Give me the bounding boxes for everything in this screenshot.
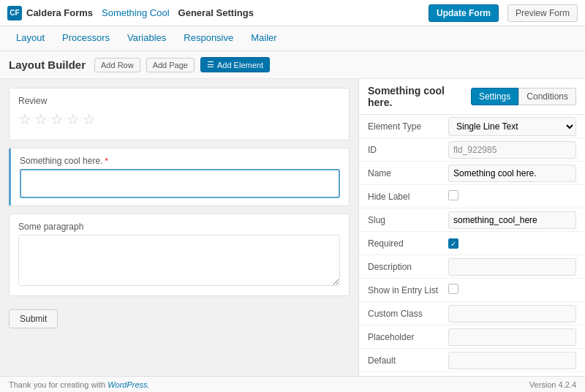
conditions-tab[interactable]: Conditions [518, 88, 576, 105]
name-row: Name [359, 162, 585, 185]
id-control[interactable] [448, 141, 576, 159]
nav-tabs: Layout Processors Variables Responsive M… [0, 26, 585, 51]
required-label: Required [368, 238, 448, 249]
show-entry-control[interactable] [448, 284, 576, 296]
show-entry-label: Show in Entry List [368, 285, 448, 295]
element-type-select[interactable]: Single Line Text [448, 117, 576, 136]
footer: Thank you for creating with WordPress. V… [0, 376, 585, 392]
required-control[interactable]: ✓ [448, 238, 576, 249]
description-label: Description [368, 262, 448, 272]
hide-label-row: Hide Label [359, 185, 585, 208]
masked-input-row: Masked Input Enable input mask [359, 372, 585, 376]
tab-processors[interactable]: Processors [53, 28, 118, 49]
default-row: Default [359, 349, 585, 372]
review-row: Review ☆ ☆ ☆ ☆ ☆ [9, 88, 350, 140]
review-label: Review [18, 96, 340, 106]
right-panel: Something cool here. Settings Conditions… [358, 79, 585, 376]
add-row-button[interactable]: Add Row [94, 58, 140, 72]
hide-label-checkbox[interactable] [448, 190, 458, 200]
canvas: Review ☆ ☆ ☆ ☆ ☆ Something cool here. * [0, 79, 358, 376]
top-bar: CF Caldera Forms Something Cool General … [0, 0, 585, 26]
update-form-button[interactable]: Update Form [429, 4, 499, 22]
submit-button[interactable]: Submit [9, 309, 58, 328]
layout-title: Layout Builder [9, 59, 86, 71]
panel-header: Something cool here. Settings Conditions [359, 79, 585, 115]
slug-label: Slug [368, 215, 448, 225]
required-checkbox[interactable]: ✓ [448, 238, 458, 249]
footer-text: Thank you for creating with WordPress. [9, 380, 150, 389]
paragraph-textarea[interactable] [18, 235, 340, 286]
star-rating[interactable]: ☆ ☆ ☆ ☆ ☆ [18, 110, 340, 128]
description-row: Description [359, 255, 585, 279]
tab-mailer[interactable]: Mailer [242, 28, 285, 49]
star-4[interactable]: ☆ [67, 110, 80, 128]
custom-class-input[interactable] [448, 305, 576, 323]
something-cool-row: Something cool here. * [9, 148, 350, 206]
add-page-button[interactable]: Add Page [146, 58, 195, 72]
main-content: Review ☆ ☆ ☆ ☆ ☆ Something cool here. * [0, 79, 585, 376]
tab-responsive[interactable]: Responsive [175, 28, 242, 49]
wordpress-link[interactable]: WordPress. [107, 380, 149, 389]
element-type-label: Element Type [368, 121, 448, 132]
review-cell: Review ☆ ☆ ☆ ☆ ☆ [10, 88, 349, 140]
show-entry-row: Show in Entry List [359, 279, 585, 302]
tab-variables[interactable]: Variables [118, 28, 175, 49]
star-5[interactable]: ☆ [83, 110, 96, 128]
hide-label-label: Hide Label [368, 192, 448, 202]
panel-title: Something cool here. [368, 85, 471, 108]
tab-layout[interactable]: Layout [7, 28, 53, 49]
something-cool-input[interactable] [20, 169, 340, 198]
description-input[interactable] [448, 258, 576, 276]
custom-class-label: Custom Class [368, 309, 448, 319]
slug-control[interactable] [448, 211, 576, 229]
id-input[interactable] [448, 141, 576, 159]
general-settings-link[interactable]: General Settings [178, 7, 254, 18]
form-name-link[interactable]: Something Cool [102, 7, 170, 18]
placeholder-label: Placeholder [368, 332, 448, 342]
something-cool-cell: Something cool here. * [11, 148, 349, 206]
hide-label-control[interactable] [448, 190, 576, 203]
layout-header: Layout Builder Add Row Add Page ☰ Add El… [0, 51, 585, 79]
element-type-row: Element Type Single Line Text [359, 115, 585, 138]
submit-row: Submit [9, 304, 350, 328]
name-label: Name [368, 168, 448, 178]
star-1[interactable]: ☆ [18, 110, 31, 128]
show-entry-checkbox[interactable] [448, 284, 458, 294]
menu-icon: ☰ [207, 60, 214, 69]
star-2[interactable]: ☆ [34, 110, 48, 128]
required-indicator: * [105, 157, 107, 165]
slug-row: Slug [359, 208, 585, 232]
placeholder-control[interactable] [448, 328, 576, 346]
required-row: Required ✓ [359, 232, 585, 255]
add-element-button[interactable]: ☰ Add Element [200, 57, 270, 72]
custom-class-control[interactable] [448, 305, 576, 323]
element-type-control[interactable]: Single Line Text [448, 117, 576, 136]
placeholder-input[interactable] [448, 328, 576, 346]
placeholder-row: Placeholder [359, 325, 585, 349]
app-logo: CF Caldera Forms [7, 6, 93, 20]
name-control[interactable] [448, 165, 576, 182]
id-row: ID [359, 138, 585, 162]
paragraph-cell: Some paragraph [10, 214, 349, 295]
default-input[interactable] [448, 352, 576, 369]
custom-class-row: Custom Class [359, 302, 585, 325]
slug-input[interactable] [448, 211, 576, 229]
app-name: Caldera Forms [26, 7, 93, 18]
version-text: Version 4.2.4 [529, 380, 576, 389]
preview-form-button[interactable]: Preview Form [507, 4, 578, 22]
paragraph-label: Some paragraph [18, 222, 340, 232]
default-control[interactable] [448, 352, 576, 369]
id-label: ID [368, 145, 448, 155]
description-control[interactable] [448, 258, 576, 276]
star-3[interactable]: ☆ [50, 110, 64, 128]
name-input[interactable] [448, 165, 576, 182]
settings-tab[interactable]: Settings [471, 88, 518, 105]
default-label: Default [368, 355, 448, 366]
paragraph-row: Some paragraph [9, 214, 350, 296]
panel-tabs: Settings Conditions [471, 88, 576, 105]
something-cool-label: Something cool here. * [20, 156, 340, 166]
logo-icon: CF [7, 6, 22, 20]
